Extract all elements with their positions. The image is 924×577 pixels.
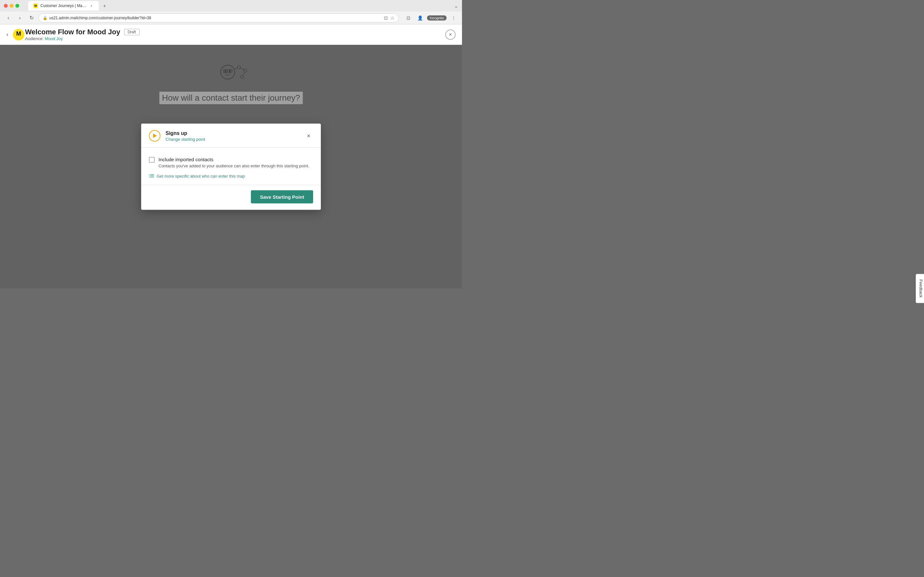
cast-icon: ⊡ [384, 15, 388, 21]
tab-favicon: M [33, 3, 38, 8]
address-bar-icons: ⊡ ☆ [384, 15, 395, 21]
canvas-area: How will a contact start their journey? … [0, 45, 462, 288]
browser-menu-button[interactable]: ⋮ [449, 13, 458, 23]
modal-title: Signs up [166, 130, 299, 136]
list-icon [149, 173, 154, 179]
modal-body: Include imported contacts Contacts you'v… [141, 148, 321, 185]
browser-menu-icon[interactable]: ⌄ [454, 3, 458, 9]
address-bar[interactable]: 🔒 us21.admin.mailchimp.com/customer-jour… [39, 13, 399, 23]
new-tab-button[interactable]: + [100, 2, 109, 11]
header-close-button[interactable]: × [445, 29, 456, 40]
include-imported-row: Include imported contacts Contacts you'v… [149, 157, 313, 168]
lock-icon: 🔒 [43, 16, 47, 20]
traffic-lights [4, 4, 19, 8]
modal-dialog: Signs up Change starting point × Include… [141, 124, 321, 210]
close-window-button[interactable] [4, 4, 8, 8]
star-icon[interactable]: ☆ [391, 15, 395, 21]
audience-label: Audience: [25, 36, 44, 41]
back-button[interactable]: ‹ [4, 13, 13, 23]
address-bar-row: ‹ › ↻ 🔒 us21.admin.mailchimp.com/custome… [0, 11, 462, 24]
draft-badge: Draft [124, 29, 140, 35]
checkbox-description: Contacts you've added to your audience c… [158, 163, 309, 168]
browser-actions: ⊡ 👤 Incognito ⋮ [404, 13, 458, 23]
checkbox-label: Include imported contacts [158, 157, 309, 162]
url-text: us21.admin.mailchimp.com/customer-journe… [49, 16, 151, 20]
tab-title: Customer Journeys | Mailchimp [40, 3, 87, 8]
minimize-window-button[interactable] [10, 4, 13, 8]
extension-icon[interactable]: ⊡ [404, 13, 413, 23]
mailchimp-logo: M [12, 28, 25, 41]
specifics-link[interactable]: Get more specific about who can enter th… [149, 173, 313, 179]
svg-text:M: M [16, 31, 21, 37]
app-back-button[interactable]: ‹ [6, 31, 8, 38]
maximize-window-button[interactable] [15, 4, 19, 8]
modal-header: Signs up Change starting point × [141, 124, 321, 148]
change-starting-point-link[interactable]: Change starting point [166, 137, 299, 141]
tab-bar: M Customer Journeys | Mailchimp × + [24, 1, 451, 11]
active-tab[interactable]: M Customer Journeys | Mailchimp × [28, 1, 99, 11]
browser-chrome: M Customer Journeys | Mailchimp × + ⌄ ‹ … [0, 0, 462, 24]
specifics-link-text: Get more specific about who can enter th… [157, 173, 245, 178]
incognito-badge: Incognito [427, 15, 447, 21]
tab-close-button[interactable]: × [89, 3, 94, 8]
incognito-label: Incognito [430, 16, 444, 20]
modal-title-area: Signs up Change starting point [166, 130, 299, 141]
include-imported-checkbox[interactable] [149, 157, 155, 163]
app-header: ‹ M Welcome Flow for Mood Joy Draft Audi… [0, 24, 462, 45]
profile-icon[interactable]: 👤 [415, 13, 425, 23]
modal-close-button[interactable]: × [304, 131, 313, 140]
audience-link[interactable]: Mood Joy [45, 36, 63, 41]
starting-point-icon [149, 130, 160, 142]
app-area: ‹ M Welcome Flow for Mood Joy Draft Audi… [0, 24, 462, 288]
page-title: Welcome Flow for Mood Joy [25, 28, 120, 36]
play-icon [153, 134, 157, 138]
title-row: Welcome Flow for Mood Joy Draft [25, 28, 140, 36]
checkbox-label-area: Include imported contacts Contacts you'v… [158, 157, 309, 168]
browser-titlebar: M Customer Journeys | Mailchimp × + ⌄ [0, 0, 462, 11]
modal-footer: Save Starting Point [141, 185, 321, 210]
app-title-area: Welcome Flow for Mood Joy Draft Audience… [25, 28, 140, 41]
forward-button[interactable]: › [15, 13, 24, 23]
app-subtitle: Audience: Mood Joy [25, 36, 140, 41]
refresh-button[interactable]: ↻ [27, 13, 36, 23]
save-starting-point-button[interactable]: Save Starting Point [251, 190, 313, 203]
